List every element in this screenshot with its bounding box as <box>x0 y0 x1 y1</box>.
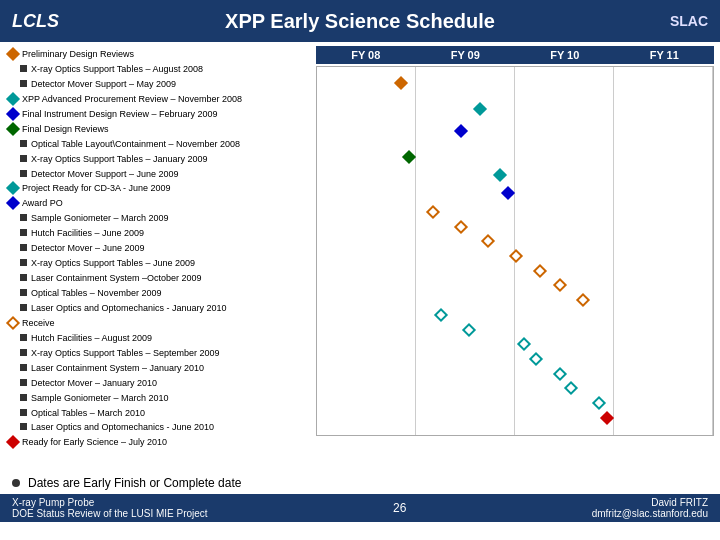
square-bullet-icon <box>20 155 27 162</box>
milestone-item: Award PO <box>8 197 302 211</box>
milestone-item: X-ray Optics Support Tables – September … <box>8 347 302 361</box>
milestone-text: Project Ready for CD-3A - June 2009 <box>22 182 171 196</box>
milestone-text: Award PO <box>22 197 63 211</box>
gantt-col-header-3: FY 11 <box>615 49 715 61</box>
gantt-col-fy11 <box>614 67 713 435</box>
square-bullet-icon <box>20 229 27 236</box>
milestone-item: Detector Mover – June 2009 <box>8 242 302 256</box>
milestone-text: Hutch Facilities – June 2009 <box>31 227 144 241</box>
gantt-col-header-2: FY 10 <box>515 49 615 61</box>
milestone-list: Preliminary Design ReviewsX-ray Optics S… <box>0 42 310 472</box>
main-content: Preliminary Design ReviewsX-ray Optics S… <box>0 42 720 472</box>
milestone-item: Ready for Early Science – July 2010 <box>8 436 302 450</box>
milestone-item: Optical Tables – March 2010 <box>8 407 302 421</box>
milestone-item: Final Design Reviews <box>8 123 302 137</box>
square-bullet-icon <box>20 140 27 147</box>
gantt-col-header-1: FY 09 <box>416 49 516 61</box>
milestone-item: Hutch Facilities – June 2009 <box>8 227 302 241</box>
milestone-text: Detector Mover – January 2010 <box>31 377 157 391</box>
milestone-item: Optical Table Layout\Containment – Novem… <box>8 138 302 152</box>
milestone-item: X-ray Optics Support Tables – January 20… <box>8 153 302 167</box>
gantt-col-header-0: FY 08 <box>316 49 416 61</box>
square-bullet-icon <box>20 274 27 281</box>
diamond-icon <box>6 196 20 210</box>
milestone-item: Laser Containment System – January 2010 <box>8 362 302 376</box>
milestone-text: Receive <box>22 317 55 331</box>
milestone-text: Preliminary Design Reviews <box>22 48 134 62</box>
square-bullet-icon <box>20 423 27 430</box>
diamond-icon <box>6 435 20 449</box>
milestone-item: Sample Goniometer – March 2009 <box>8 212 302 226</box>
milestone-text: Final Design Reviews <box>22 123 109 137</box>
gantt-header: FY 08FY 09FY 10FY 11 <box>316 46 714 64</box>
milestone-text: Optical Tables – November 2009 <box>31 287 161 301</box>
milestone-text: X-ray Optics Support Tables – June 2009 <box>31 257 195 271</box>
milestone-text: Laser Containment System –October 2009 <box>31 272 202 286</box>
square-bullet-icon <box>20 170 27 177</box>
milestone-item: XPP Advanced Procurement Review – Novemb… <box>8 93 302 107</box>
milestone-item: Detector Mover – January 2010 <box>8 377 302 391</box>
gantt-body <box>316 66 714 436</box>
author-email: dmfritz@slac.stanford.edu <box>592 508 708 519</box>
diamond-icon <box>6 107 20 121</box>
square-bullet-icon <box>20 80 27 87</box>
square-bullet-icon <box>20 364 27 371</box>
square-bullet-icon <box>20 214 27 221</box>
milestone-text: Laser Optics and Optomechanics - January… <box>31 302 227 316</box>
square-bullet-icon <box>20 409 27 416</box>
square-bullet-icon <box>20 334 27 341</box>
gantt-col-fy09 <box>416 67 515 435</box>
footer-note: Dates are Early Finish or Complete date <box>0 472 720 494</box>
bullet-icon <box>12 479 20 487</box>
milestone-text: Laser Optics and Optomechanics - June 20… <box>31 421 214 435</box>
milestone-text: Detector Mover Support – June 2009 <box>31 168 179 182</box>
milestone-item: Laser Containment System –October 2009 <box>8 272 302 286</box>
milestone-text: X-ray Optics Support Tables – September … <box>31 347 219 361</box>
milestone-text: Ready for Early Science – July 2010 <box>22 436 167 450</box>
review-name: DOE Status Review of the LUSI MIE Projec… <box>12 508 208 519</box>
milestone-text: Detector Mover – June 2009 <box>31 242 145 256</box>
milestone-text: X-ray Optics Support Tables – January 20… <box>31 153 207 167</box>
diamond-icon <box>6 47 20 61</box>
square-bullet-icon <box>20 65 27 72</box>
square-bullet-icon <box>20 349 27 356</box>
square-bullet-icon <box>20 394 27 401</box>
milestone-item: Hutch Facilities – August 2009 <box>8 332 302 346</box>
milestone-item: Sample Goniometer – March 2010 <box>8 392 302 406</box>
milestone-item: X-ray Optics Support Tables – June 2009 <box>8 257 302 271</box>
project-name: X-ray Pump Probe <box>12 497 208 508</box>
milestone-item: Final Instrument Design Review – Februar… <box>8 108 302 122</box>
footer-note-text: Dates are Early Finish or Complete date <box>28 476 241 490</box>
milestone-item: Laser Optics and Optomechanics - January… <box>8 302 302 316</box>
milestone-item: Project Ready for CD-3A - June 2009 <box>8 182 302 196</box>
square-bullet-icon <box>20 289 27 296</box>
milestone-item: Receive <box>8 317 302 331</box>
lcls-logo: LCLS <box>12 11 92 32</box>
square-bullet-icon <box>20 379 27 386</box>
square-bullet-icon <box>20 304 27 311</box>
bottom-right: David FRITZ dmfritz@slac.stanford.edu <box>592 497 708 519</box>
milestone-text: Optical Table Layout\Containment – Novem… <box>31 138 240 152</box>
diamond-icon <box>6 316 20 330</box>
milestone-text: Final Instrument Design Review – Februar… <box>22 108 218 122</box>
header: LCLS XPP Early Science Schedule SLAC <box>0 0 720 42</box>
diamond-icon <box>6 92 20 106</box>
bottom-bar: X-ray Pump Probe DOE Status Review of th… <box>0 494 720 522</box>
gantt-chart: FY 08FY 09FY 10FY 11 <box>310 42 720 472</box>
milestone-item: Optical Tables – November 2009 <box>8 287 302 301</box>
slac-logo: SLAC <box>628 13 708 29</box>
milestone-text: X-ray Optics Support Tables – August 200… <box>31 63 203 77</box>
milestone-item: X-ray Optics Support Tables – August 200… <box>8 63 302 77</box>
milestone-item: Laser Optics and Optomechanics - June 20… <box>8 421 302 435</box>
milestone-item: Detector Mover Support – June 2009 <box>8 168 302 182</box>
milestone-text: Sample Goniometer – March 2010 <box>31 392 169 406</box>
milestone-item: Preliminary Design Reviews <box>8 48 302 62</box>
milestone-text: XPP Advanced Procurement Review – Novemb… <box>22 93 242 107</box>
gantt-col-fy10 <box>515 67 614 435</box>
milestone-text: Detector Mover Support – May 2009 <box>31 78 176 92</box>
diamond-icon <box>6 181 20 195</box>
milestone-item: Detector Mover Support – May 2009 <box>8 78 302 92</box>
square-bullet-icon <box>20 244 27 251</box>
bottom-left: X-ray Pump Probe DOE Status Review of th… <box>12 497 208 519</box>
milestone-text: Hutch Facilities – August 2009 <box>31 332 152 346</box>
